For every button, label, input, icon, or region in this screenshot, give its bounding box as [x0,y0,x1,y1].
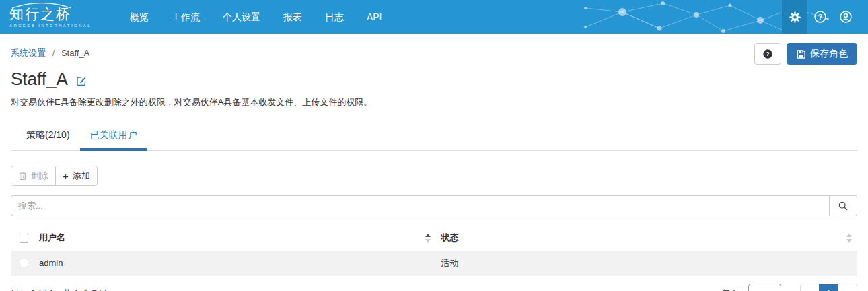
pagination: ‹ 1 › [800,284,857,291]
nav-item-overview[interactable]: 概览 [118,0,160,34]
column-username-label: 用户名 [39,232,65,244]
trash-icon [18,171,27,181]
search-icon [838,201,848,212]
logo-arc [11,3,73,9]
row-actions-group: 删除 + 添加 [11,166,98,186]
column-header-username[interactable]: 用户名 [34,226,436,251]
breadcrumb-separator: / [52,48,55,58]
page-help-button[interactable]: ? [754,43,781,65]
nav-item-logs[interactable]: 日志 [314,0,355,34]
nav-item-profile[interactable]: 个人设置 [211,0,272,34]
table-row-admin[interactable]: admin 活动 [11,251,857,276]
cell-status: 活动 [436,251,857,276]
edit-title-icon[interactable] [76,75,87,86]
sort-username-icon[interactable] [425,234,431,243]
pagination-summary: 显示 1 到 1，共 1 个条目 [11,288,108,291]
delete-button-label: 删除 [31,170,48,182]
app-logo[interactable]: 知行之桥 ARCESB INTERNATIONAL [0,0,118,34]
per-page-select[interactable]: 10 [748,284,781,291]
row-checkbox[interactable] [20,259,28,267]
add-button[interactable]: + 添加 [55,166,98,186]
user-menu-button[interactable] [833,0,859,34]
logo-subtitle: ARCESB INTERNATIONAL [9,24,92,28]
tab-bar: 策略(2/10) 已关联用户 [11,123,857,151]
role-description: 对交易伙伴E具备除更改删除之外的权限，对交易伙伴A具备基本收发文件、上传文件的权… [11,96,857,108]
top-navbar: 知行之桥 ARCESB INTERNATIONAL 概览 工作流 个人设置 报表… [0,0,868,34]
main-nav: 概览 工作流 个人设置 报表 日志 API [118,0,394,34]
delete-button[interactable]: 删除 [11,166,56,186]
next-page-button[interactable]: › [838,284,857,291]
save-role-label: 保存角色 [810,48,848,60]
svg-text:?: ? [766,51,769,57]
question-circle-icon: ? [813,10,827,24]
pencil-square-icon [76,75,87,86]
user-circle-icon [839,10,853,24]
column-header-status[interactable]: 状态 [436,226,857,251]
save-role-button[interactable]: 保存角色 [787,43,857,65]
svg-text:?: ? [818,13,822,21]
nav-item-reports[interactable]: 报表 [272,0,314,34]
plus-icon: + [63,171,69,181]
breadcrumb-current: Staff_A [61,48,89,58]
cell-username: admin [34,251,436,276]
per-page-label: 每页: [721,288,742,291]
gear-icon [789,11,801,24]
users-table: 用户名 状态 admin 活动 [11,226,857,276]
prev-page-button[interactable]: ‹ [800,284,820,291]
settings-gear-button[interactable] [782,0,807,34]
tab-policies[interactable]: 策略(2/10) [16,123,80,151]
tab-associated-users[interactable]: 已关联用户 [80,123,147,151]
table-header-row: 用户名 状态 [11,226,857,251]
nav-item-workflows[interactable]: 工作流 [160,0,211,34]
search-button[interactable] [830,195,857,216]
breadcrumb: 系统设置 / Staff_A [11,43,89,59]
select-all-checkbox[interactable] [20,234,28,243]
page-1-button[interactable]: 1 [819,284,838,291]
add-button-label: 添加 [73,170,90,182]
column-status-label: 状态 [441,232,459,244]
breadcrumb-link-system-settings[interactable]: 系统设置 [11,48,46,58]
nav-item-api[interactable]: API [355,0,394,34]
help-circle-icon: ? [762,48,773,60]
search-bar [11,195,857,216]
sort-status-icon[interactable] [846,234,852,243]
save-icon [796,49,806,59]
search-input[interactable] [11,195,830,216]
page-title: Staff_A [11,69,68,90]
help-menu-button[interactable]: ? [807,0,833,34]
